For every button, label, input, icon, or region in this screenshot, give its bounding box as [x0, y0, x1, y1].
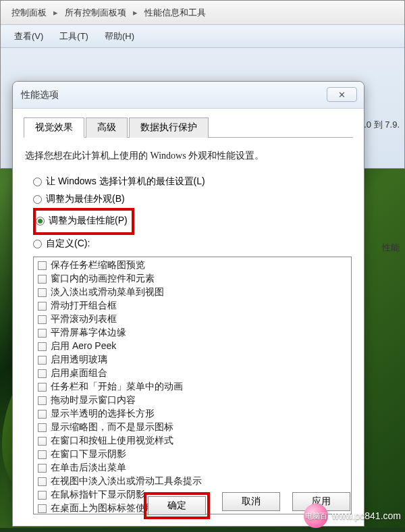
menu-view[interactable]: 查看(V) — [6, 26, 51, 47]
cancel-button[interactable]: 取消 — [222, 492, 280, 511]
checkbox-icon — [38, 410, 47, 419]
checkbox-icon — [38, 450, 47, 459]
checkbox-row[interactable]: 任务栏和「开始」菜单中的动画 — [35, 380, 350, 394]
checkbox-row[interactable]: 平滑滚动列表框 — [35, 313, 350, 326]
checkbox-row[interactable]: 淡入淡出或滑动菜单到视图 — [35, 286, 350, 299]
breadcrumb-separator-icon: ▸ — [52, 7, 59, 18]
radio-label: 自定义(C): — [46, 238, 90, 250]
tab-bar: 视觉效果 高级 数据执行保护 — [24, 117, 353, 138]
breadcrumb: 控制面板 ▸ 所有控制面板项 ▸ 性能信息和工具 — [1, 1, 404, 25]
radio-let-windows-choose[interactable]: 让 Windows 选择计算机的最佳设置(L) — [33, 173, 353, 190]
checkbox-icon — [38, 275, 47, 284]
checkbox-label: 启用透明玻璃 — [51, 354, 107, 366]
checkbox-label: 窗口内的动画控件和元素 — [51, 273, 155, 285]
checkbox-row[interactable]: 显示缩略图，而不是显示图标 — [35, 421, 350, 434]
dialog-titlebar[interactable]: 性能选项 ✕ — [13, 82, 364, 109]
background-performance-label: 性能 — [382, 242, 400, 254]
checkbox-icon — [38, 383, 47, 392]
radio-label: 让 Windows 选择计算机的最佳设置(L) — [46, 176, 205, 188]
close-button[interactable]: ✕ — [327, 87, 357, 102]
watermark-url-text: www.pc841.com — [332, 510, 401, 521]
checkbox-row[interactable]: 启用透明玻璃 — [35, 353, 350, 367]
radio-best-appearance[interactable]: 调整为最佳外观(B) — [33, 190, 353, 208]
dialog-body: 视觉效果 高级 数据执行保护 选择您想在此计算机上使用的 Windows 外观和… — [13, 109, 364, 523]
background-rating-text: 1.0 到 7.9. — [359, 119, 400, 131]
radio-label: 调整为最佳外观(B) — [46, 193, 125, 205]
checkbox-label: 在窗口下显示阴影 — [51, 448, 126, 460]
tab-visual-effects[interactable]: 视觉效果 — [24, 117, 84, 138]
checkbox-icon — [38, 464, 47, 473]
checkbox-icon — [38, 302, 47, 311]
checkbox-label: 启用 Aero Peek — [51, 340, 116, 352]
tab-description-text: 选择您想在此计算机上使用的 Windows 外观和性能设置。 — [24, 147, 353, 173]
tab-advanced[interactable]: 高级 — [86, 117, 128, 138]
checkbox-label: 任务栏和「开始」菜单中的动画 — [51, 381, 183, 393]
checkbox-icon — [38, 396, 47, 405]
checkbox-icon — [38, 329, 47, 338]
highlight-ok-button: 确定 — [144, 492, 210, 519]
watermark: 电脑百 www.pc841.com — [304, 504, 401, 528]
checkbox-icon — [38, 261, 47, 270]
checkbox-row[interactable]: 滑动打开组合框 — [35, 299, 350, 313]
checkbox-icon — [38, 342, 47, 351]
checkbox-label: 启用桌面组合 — [51, 367, 107, 379]
checkbox-label: 显示半透明的选择长方形 — [51, 408, 155, 420]
radio-custom[interactable]: 自定义(C): — [33, 235, 353, 252]
breadcrumb-item-control-panel[interactable]: 控制面板 — [6, 4, 52, 22]
ok-button[interactable]: 确定 — [148, 496, 206, 515]
breadcrumb-item-performance[interactable]: 性能信息和工具 — [139, 4, 211, 22]
checkbox-icon — [38, 315, 47, 324]
checkbox-label: 滑动打开组合框 — [51, 300, 117, 312]
breadcrumb-separator-icon: ▸ — [132, 7, 139, 18]
checkbox-label: 在视图中淡入淡出或滑动工具条提示 — [51, 475, 202, 487]
checkbox-row[interactable]: 显示半透明的选择长方形 — [35, 407, 350, 421]
radio-icon — [33, 195, 42, 204]
radio-label: 调整为最佳性能(P) — [49, 215, 128, 227]
dialog-title: 性能选项 — [21, 89, 59, 101]
watermark-logo-icon: 电脑百 — [304, 504, 328, 528]
radio-icon — [33, 178, 42, 186]
checkbox-row[interactable]: 启用桌面组合 — [35, 367, 350, 380]
checkbox-row[interactable]: 平滑屏幕字体边缘 — [35, 326, 350, 340]
checkbox-label: 在窗口和按钮上使用视觉样式 — [51, 435, 173, 447]
checkbox-icon — [38, 423, 47, 432]
bottom-border — [0, 528, 405, 532]
checkbox-row[interactable]: 在视图中淡入淡出或滑动工具条提示 — [35, 475, 350, 488]
performance-options-dialog: 性能选项 ✕ 视觉效果 高级 数据执行保护 选择您想在此计算机上使用的 Wind… — [12, 81, 364, 527]
checkbox-label: 拖动时显示窗口内容 — [51, 394, 136, 406]
checkbox-label: 在单击后淡出菜单 — [51, 462, 126, 474]
checkbox-label: 平滑滚动列表框 — [51, 313, 117, 325]
checkbox-row[interactable]: 保存任务栏缩略图预览 — [35, 259, 350, 272]
checkbox-label: 保存任务栏缩略图预览 — [51, 259, 145, 271]
tab-dep[interactable]: 数据执行保护 — [129, 117, 209, 138]
checkbox-row[interactable]: 拖动时显示窗口内容 — [35, 394, 350, 407]
highlight-best-performance: 调整为最佳性能(P) — [33, 208, 134, 235]
radio-group: 让 Windows 选择计算机的最佳设置(L) 调整为最佳外观(B) 调整为最佳… — [24, 173, 353, 252]
checkbox-icon — [38, 288, 47, 297]
checkbox-icon — [38, 504, 47, 513]
menu-help[interactable]: 帮助(H) — [97, 26, 142, 47]
radio-icon — [33, 240, 42, 248]
checkbox-icon — [38, 356, 47, 365]
checkbox-icon — [38, 369, 47, 378]
checkbox-label: 在鼠标指针下显示阴影 — [51, 489, 145, 501]
checkbox-icon — [38, 477, 47, 486]
menu-tools[interactable]: 工具(T) — [51, 26, 97, 47]
visual-effects-checkbox-list[interactable]: 保存任务栏缩略图预览窗口内的动画控件和元素淡入淡出或滑动菜单到视图滑动打开组合框… — [33, 257, 352, 514]
checkbox-row[interactable]: 窗口内的动画控件和元素 — [35, 272, 350, 286]
checkbox-label: 平滑屏幕字体边缘 — [51, 327, 126, 339]
radio-icon — [36, 217, 45, 225]
checkbox-label: 显示缩略图，而不是显示图标 — [51, 421, 173, 433]
checkbox-row[interactable]: 在单击后淡出菜单 — [35, 461, 350, 475]
radio-best-performance[interactable]: 调整为最佳性能(P) — [36, 212, 128, 230]
checkbox-label: 淡入淡出或滑动菜单到视图 — [51, 286, 164, 298]
checkbox-icon — [38, 491, 47, 500]
menu-bar: 查看(V) 工具(T) 帮助(H) — [1, 25, 404, 48]
checkbox-row[interactable]: 启用 Aero Peek — [35, 340, 350, 353]
checkbox-row[interactable]: 在窗口和按钮上使用视觉样式 — [35, 434, 350, 448]
checkbox-icon — [38, 437, 47, 446]
checkbox-row[interactable]: 在窗口下显示阴影 — [35, 448, 350, 461]
breadcrumb-item-all-items[interactable]: 所有控制面板项 — [59, 4, 132, 22]
